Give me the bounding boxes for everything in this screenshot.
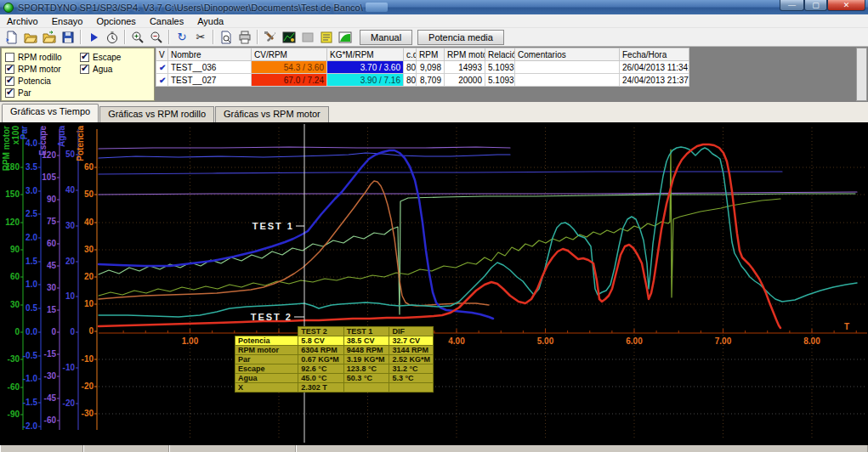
- svg-text:15: 15: [47, 305, 57, 314]
- svg-text:Potencia: Potencia: [76, 126, 85, 161]
- tab-graficas-vs-tiempo[interactable]: Gráficas vs Tiempo: [2, 104, 99, 122]
- rpm-motor-checkbox[interactable]: [5, 65, 14, 74]
- open-folder-button[interactable]: [22, 29, 39, 45]
- cell-relacion: 5.1093: [485, 74, 515, 87]
- new-file-button[interactable]: [3, 29, 20, 45]
- tests-table: V Nombre CV/RPM KG*M/RPM c.c. RPM RPM mo…: [156, 48, 689, 87]
- tooltip-header-row: TEST 2 TEST 1 DIF: [235, 327, 434, 336]
- report-button[interactable]: [318, 29, 335, 45]
- par-checkbox[interactable]: [5, 88, 14, 98]
- svg-text:3.5: 3.5: [26, 162, 37, 172]
- save-button[interactable]: [60, 29, 77, 45]
- col-rpm-motor[interactable]: RPM motor: [445, 48, 485, 61]
- agua-checkbox[interactable]: [80, 65, 89, 74]
- col-rpm[interactable]: RPM: [417, 48, 445, 61]
- tooltip-value: 92.6 °C: [298, 364, 344, 374]
- col-cv-rpm[interactable]: CV/RPM: [252, 48, 327, 61]
- row-check-icon[interactable]: ✔: [156, 61, 168, 74]
- cell-cv-rpm: 67.0 / 7.24: [252, 74, 327, 87]
- graph-image-icon: [282, 31, 296, 44]
- svg-text:30: 30: [84, 245, 94, 254]
- green-chart-icon: [338, 31, 352, 44]
- menu-ayuda[interactable]: Ayuda: [190, 15, 230, 27]
- tooltip-value: 2.52 KG*M: [389, 355, 434, 364]
- zoom-in-button[interactable]: [129, 29, 146, 45]
- svg-text:1.5: 1.5: [26, 257, 37, 266]
- svg-text:105: 105: [42, 172, 56, 182]
- tools-button[interactable]: [262, 29, 279, 45]
- status-panel: [83, 445, 169, 452]
- col-fecha-hora[interactable]: Fecha/Hora: [620, 48, 689, 61]
- channel-escape[interactable]: Escape: [80, 51, 148, 63]
- tooltip-value: 123.8 °C: [343, 364, 389, 374]
- minimize-button[interactable]: —: [780, 0, 804, 11]
- refresh-button[interactable]: ↻: [173, 29, 190, 45]
- menu-opciones[interactable]: Opciones: [89, 15, 142, 27]
- svg-text:TEST 2: TEST 2: [251, 312, 292, 322]
- svg-text:40: 40: [84, 218, 94, 227]
- import-folder-button[interactable]: [41, 29, 58, 45]
- play-icon: [87, 31, 100, 44]
- channel-par[interactable]: Par: [5, 87, 80, 99]
- table-row[interactable]: ✔ TEST__027 67.0 / 7.24 3.90 / 7.16 80 8…: [156, 74, 689, 87]
- col-relacion[interactable]: Relación: [485, 48, 515, 61]
- play-button[interactable]: [85, 29, 102, 45]
- col-cc[interactable]: c.c.: [404, 48, 417, 61]
- chart-button[interactable]: [337, 29, 354, 45]
- potencia-checkbox[interactable]: [5, 76, 14, 86]
- col-v[interactable]: V: [156, 48, 168, 61]
- toolbar-separator: [168, 30, 170, 44]
- chart-area[interactable]: 1801501209060300-30-60-90RPM motorx1004.…: [0, 122, 868, 445]
- rpm-rodillo-checkbox[interactable]: [5, 53, 14, 62]
- svg-text:5.00: 5.00: [537, 336, 554, 346]
- tooltip-row-escape: Escape 92.6 °C 123.8 °C 31.2 °C: [235, 364, 434, 374]
- menu-archivo[interactable]: Archivo: [0, 15, 45, 27]
- cell-rpm-motor: 14993: [445, 61, 485, 74]
- cut-button[interactable]: ✂: [192, 29, 209, 45]
- timer-button[interactable]: [104, 29, 121, 45]
- col-kgm-rpm[interactable]: KG*M/RPM: [327, 48, 404, 61]
- channel-potencia[interactable]: Potencia: [5, 75, 80, 87]
- tools-icon: [264, 31, 277, 44]
- graph-image-button[interactable]: [281, 29, 298, 45]
- channel-rpm-motor[interactable]: RPM motor: [5, 63, 80, 75]
- channel-rpm-rodillo[interactable]: RPM rodillo: [5, 51, 80, 63]
- channels-panel: RPM rodillo RPM motor Potencia Par Escap…: [1, 48, 155, 101]
- tooltip-value: 32.7 CV: [389, 336, 434, 346]
- print-preview-button[interactable]: [218, 29, 235, 45]
- table-scrollbar[interactable]: [856, 48, 867, 101]
- channel-agua[interactable]: Agua: [80, 63, 148, 75]
- svg-text:1.00: 1.00: [182, 336, 199, 346]
- tab-graficas-vs-rpm-rodillo[interactable]: Gráficas vs RPM rodillo: [99, 106, 214, 122]
- series-potencia-test1: [99, 181, 489, 306]
- tooltip-value: 3144 RPM: [389, 346, 434, 355]
- row-check-icon[interactable]: ✔: [156, 74, 168, 87]
- svg-text:T: T: [844, 322, 849, 331]
- tab-graficas-vs-rpm-motor[interactable]: Gráficas vs RPM motor: [215, 106, 329, 122]
- tooltip-value: [389, 383, 434, 393]
- menu-canales[interactable]: Canales: [143, 15, 190, 27]
- table-row[interactable]: ✔ TEST__036 54.3 / 3.60 3.70 / 3.60 80 9…: [156, 61, 689, 74]
- svg-text:0: 0: [70, 327, 75, 336]
- zoom-out-button[interactable]: [148, 29, 165, 45]
- tooltip-label: Escape: [235, 364, 298, 374]
- series-par-test1: [99, 150, 493, 319]
- svg-text:-30: -30: [44, 371, 57, 381]
- status-panel: [169, 445, 296, 452]
- svg-text:-45: -45: [44, 393, 57, 403]
- menu-ensayo[interactable]: Ensayo: [45, 15, 90, 27]
- channel-label: Agua: [93, 65, 112, 74]
- print-button[interactable]: [236, 29, 253, 45]
- escape-checkbox[interactable]: [80, 53, 89, 62]
- maximize-button[interactable]: ▢: [804, 0, 827, 11]
- table-header-row: V Nombre CV/RPM KG*M/RPM c.c. RPM RPM mo…: [156, 48, 689, 61]
- cell-relacion: 5.1093: [485, 61, 515, 74]
- col-comentarios[interactable]: Comentarios: [515, 48, 620, 61]
- toolbar: ↻ ✂: [0, 28, 868, 47]
- col-nombre[interactable]: Nombre: [168, 48, 252, 61]
- potencia-media-button[interactable]: Potencia media: [417, 30, 504, 45]
- tooltip-value: 0.67 KG*M: [298, 355, 344, 364]
- close-button[interactable]: ✕: [827, 0, 865, 11]
- svg-text:7.00: 7.00: [715, 336, 732, 346]
- manual-button[interactable]: Manual: [360, 30, 412, 45]
